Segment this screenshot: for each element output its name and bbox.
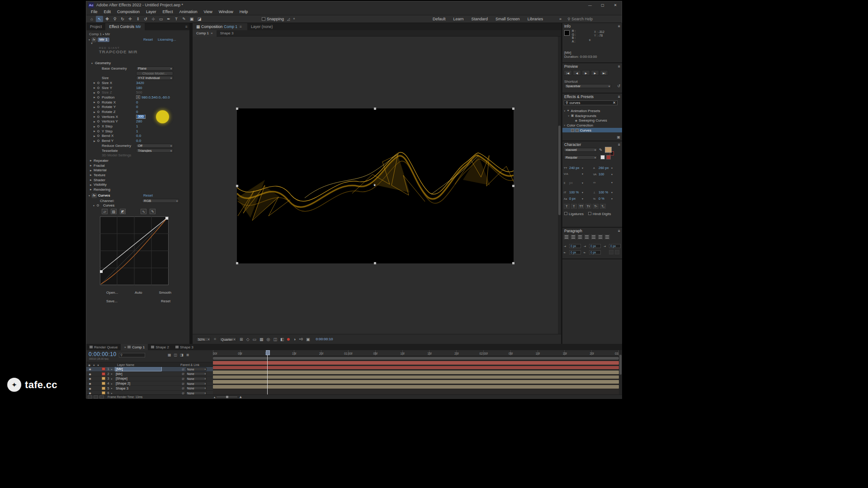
preset-color-correction[interactable]: ∨Color Correction (562, 123, 622, 128)
type-style-button-4[interactable]: T¹ (593, 204, 599, 209)
indent-right-margin[interactable]: ⇥0 px (604, 244, 621, 248)
parent-link-dropdown[interactable]: None (186, 377, 207, 380)
effect-name[interactable]: Mir 1 (98, 38, 109, 42)
channel-icon[interactable] (287, 338, 290, 341)
visibility-icon[interactable]: ◉ (87, 387, 93, 390)
twirl-icon[interactable]: ▶ (94, 115, 97, 118)
stopwatch-icon[interactable] (97, 106, 102, 108)
type-style-button-0[interactable]: T (564, 204, 570, 209)
tracking-value[interactable]: 100 (599, 172, 610, 176)
param-value[interactable]: 0 (136, 105, 138, 109)
licensing-link[interactable]: Licensing... (158, 38, 176, 42)
pickwhip-icon[interactable]: @ (182, 387, 184, 389)
dropdown-arrow-icon[interactable]: ▾ (582, 197, 583, 200)
previous-frame-button[interactable]: ◀ (573, 70, 581, 75)
justify-last-left-button[interactable] (584, 235, 590, 239)
track-row[interactable] (213, 380, 619, 385)
close-icon[interactable]: × (124, 345, 126, 349)
char-stroke-width[interactable]: ≡px▾ (564, 181, 583, 185)
geometry-group[interactable]: ▼ Geometry (91, 61, 111, 65)
twirl-icon[interactable]: ∨ (564, 124, 566, 127)
eyedropper-icon[interactable]: ✎ (599, 148, 603, 152)
stopwatch-icon[interactable] (97, 116, 102, 118)
parent-link-dropdown[interactable]: None (186, 367, 207, 371)
effect-name[interactable]: Curves (98, 193, 110, 197)
camera-view-icon[interactable]: ◎ (267, 337, 270, 342)
group-repeater[interactable]: ▶Repeater (86, 158, 189, 163)
panel-menu-icon[interactable]: ≡ (185, 24, 188, 29)
label-color-chip[interactable] (102, 382, 105, 385)
stopwatch-icon[interactable] (97, 101, 102, 103)
comp-mini-flowchart-icon[interactable]: ▦ (168, 353, 171, 357)
label-color-chip[interactable] (102, 391, 105, 394)
pickwhip-icon[interactable]: @ (182, 368, 184, 371)
font-family-dropdown[interactable]: xiaowei (564, 148, 597, 152)
workspace-small-screen[interactable]: Small Screen (495, 17, 520, 21)
twirl-icon[interactable]: ▶ (90, 169, 94, 172)
pixel-aspect-icon[interactable]: ◧ (280, 337, 284, 342)
panel-menu-icon[interactable]: ≡ (618, 64, 620, 69)
twirl-icon[interactable]: ▶ (90, 178, 94, 181)
stopwatch-icon[interactable] (97, 111, 102, 113)
track-row[interactable] (213, 370, 619, 375)
clone-stamp-tool[interactable]: ▣ (188, 16, 195, 22)
menu-view[interactable]: View (200, 9, 215, 14)
layer-duration-bar[interactable] (213, 385, 619, 389)
layer-row-5[interactable]: ◉5▸Shape 3@None (86, 386, 213, 391)
reset-exposure-icon[interactable]: ◑ (293, 337, 295, 342)
group-rendering[interactable]: ▶Rendering (86, 187, 189, 192)
param-dropdown-tessellate[interactable]: Triangles (136, 149, 173, 153)
selection-handle[interactable] (374, 262, 376, 264)
menu-composition[interactable]: Composition (114, 9, 143, 14)
twirl-icon[interactable]: ▼ (90, 42, 93, 45)
visibility-icon[interactable]: ◉ (87, 377, 93, 380)
char-leading[interactable]: A260 px▾ (593, 166, 613, 170)
menu-layer[interactable]: Layer (143, 9, 160, 14)
parent-link-dropdown[interactable]: None (186, 382, 207, 385)
current-time-display[interactable]: 0:00:00:10 (89, 351, 117, 357)
timeline-tab-render-queue[interactable]: Render Queue (86, 344, 121, 350)
fill-over-stroke-icon[interactable] (600, 155, 605, 160)
field-value[interactable]: 0 px (589, 250, 601, 254)
selection-handle[interactable] (236, 185, 238, 187)
magnification-dropdown[interactable]: 50% (196, 337, 211, 342)
preset-animation-presets[interactable]: ∨✦Animation Presets (562, 108, 622, 113)
visibility-icon[interactable]: ◉ (87, 391, 93, 394)
twirl-icon[interactable]: ▼ (93, 204, 95, 207)
timeline-tab-shape-2[interactable]: Shape 2 (148, 344, 172, 350)
vertical-scale-value[interactable]: 100 % (569, 190, 581, 194)
zoom-out-icon[interactable]: ▴ (214, 395, 215, 399)
selection-tool[interactable]: ↖ (96, 16, 103, 22)
curves-smooth-tool[interactable]: ∿ (141, 209, 146, 214)
workspace-default[interactable]: Default (433, 17, 446, 21)
first-line-indent[interactable]: ⇥0 px (584, 244, 601, 248)
label-color-chip[interactable] (102, 372, 105, 375)
track-row[interactable] (213, 385, 619, 389)
timeline-scrollbar[interactable] (619, 350, 622, 394)
twirl-icon[interactable]: ▸ (111, 368, 115, 371)
group-fractal[interactable]: ▶Fractal (86, 163, 189, 168)
menu-help[interactable]: Help (236, 9, 251, 14)
twirl-icon[interactable]: ▶ (90, 183, 94, 186)
font-size-value[interactable]: 240 px (569, 166, 581, 170)
visibility-icon[interactable]: ◉ (87, 382, 93, 385)
tsume-value[interactable]: 0 % (599, 197, 610, 201)
twirl-icon[interactable]: ▶ (90, 188, 94, 191)
curves-button-reset[interactable]: Reset (161, 299, 170, 303)
brush-tool[interactable]: ✎ (180, 16, 188, 22)
param-value[interactable]: 180 (136, 86, 142, 90)
workspace-libraries[interactable]: Libraries (528, 17, 543, 21)
selection-handle[interactable] (512, 108, 514, 110)
layer-duration-bar[interactable] (213, 366, 619, 370)
curves-grid-tool[interactable]: ◩ (120, 209, 126, 214)
mir-effect-header[interactable]: ▼ fx Mir 1 Reset Licensing... (88, 37, 189, 42)
char-kerning[interactable]: V/A▾ (564, 172, 583, 175)
layer-duration-bar[interactable] (213, 371, 619, 374)
curves-histogram-tool[interactable]: ▨ (111, 209, 117, 214)
zoom-track[interactable] (217, 397, 237, 397)
curves-effect-header[interactable]: ▼ fx Curves Reset (88, 193, 189, 198)
group-texture[interactable]: ▶Texture (86, 173, 189, 178)
leading-value[interactable]: 260 px (599, 166, 610, 170)
twirl-icon[interactable]: ∨ (564, 109, 566, 112)
dropdown-arrow-icon[interactable]: ▾ (611, 191, 613, 194)
